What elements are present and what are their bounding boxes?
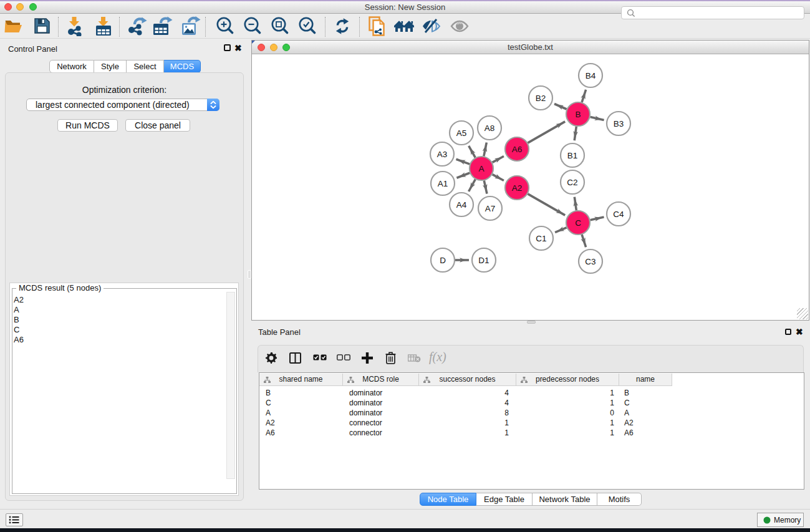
svg-text:A2: A2 [512, 183, 523, 193]
svg-text:A6: A6 [512, 145, 523, 154]
svg-text:B1: B1 [567, 151, 578, 160]
svg-text:C1: C1 [536, 234, 546, 243]
svg-text:A1: A1 [438, 179, 448, 188]
svg-text:C4: C4 [613, 210, 624, 219]
svg-text:B3: B3 [614, 119, 624, 128]
svg-text:D: D [440, 256, 446, 265]
svg-text:A3: A3 [437, 150, 448, 159]
svg-text:A5: A5 [456, 128, 467, 138]
svg-text:C2: C2 [567, 178, 577, 187]
svg-text:C: C [575, 218, 581, 228]
svg-text:A4: A4 [456, 200, 467, 210]
svg-text:D1: D1 [478, 256, 489, 265]
svg-text:A7: A7 [485, 204, 496, 213]
svg-text:B4: B4 [586, 71, 596, 80]
svg-text:A8: A8 [485, 123, 495, 133]
svg-text:C3: C3 [585, 257, 595, 266]
svg-text:B2: B2 [536, 94, 546, 103]
svg-text:B: B [575, 110, 581, 119]
svg-text:A: A [478, 164, 484, 173]
